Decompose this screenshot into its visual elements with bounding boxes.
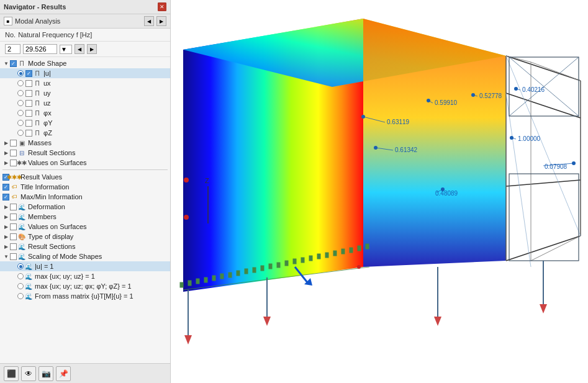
tree-item-scale-max-uxy[interactable]: 🌊 max {ux; uy; uz} = 1 <box>0 271 170 281</box>
tree-item-mode-shape[interactable]: ▼ Π Mode Shape <box>0 58 170 68</box>
svg-rect-35 <box>228 273 232 277</box>
values-surfaces-2-expand: ▶ <box>2 223 10 230</box>
render-button[interactable]: ⬛ <box>4 366 19 381</box>
phix-icon: Π <box>33 109 42 117</box>
phiz-radio[interactable] <box>17 130 24 136</box>
ux-icon: Π <box>33 79 42 88</box>
tree-item-values-surfaces-1[interactable]: ▶ ✱✱ Values on Surfaces <box>0 158 170 168</box>
scale-max-uxy-radio[interactable] <box>17 273 24 279</box>
u-abs-checkbox[interactable] <box>25 70 32 77</box>
svg-text:0.59910: 0.59910 <box>435 99 458 106</box>
scale-mass-radio[interactable] <box>17 293 24 299</box>
result-sections-2-expand: ▶ <box>2 243 10 250</box>
tree-item-uz[interactable]: Π uz <box>0 98 170 108</box>
svg-rect-51 <box>358 246 361 251</box>
result-sections-1-icon: ⊟ <box>17 148 26 157</box>
scaling-expand: ▼ <box>2 253 10 260</box>
tree-item-maxmin-info[interactable]: 🏷 Max/Min Information <box>0 192 170 202</box>
uz-label: uz <box>43 99 51 107</box>
svg-rect-48 <box>333 251 337 256</box>
svg-point-82 <box>184 215 189 220</box>
bottom-toolbar: ⬛ 👁 📷 📌 <box>0 363 170 383</box>
tree-item-phiz[interactable]: Π φZ <box>0 128 170 138</box>
title-info-checkbox[interactable] <box>2 184 9 191</box>
ux-radio[interactable] <box>17 80 24 86</box>
uz-checkbox[interactable] <box>25 100 32 107</box>
svg-rect-47 <box>325 253 328 258</box>
tree-item-type-display[interactable]: ▶ 🎨 Type of display <box>0 232 170 241</box>
deformation-checkbox[interactable] <box>10 204 17 210</box>
members-icon: 🌊 <box>17 212 26 221</box>
phix-checkbox[interactable] <box>25 110 32 117</box>
masses-expand: ▶ <box>2 139 10 146</box>
freq-prev-button[interactable]: ◀ <box>75 44 84 54</box>
phiz-checkbox[interactable] <box>25 130 32 137</box>
maxmin-info-icon: 🏷 <box>10 192 19 201</box>
uz-radio[interactable] <box>17 100 24 106</box>
tree-item-uy[interactable]: Π uy <box>0 88 170 98</box>
nav-next-button[interactable]: ▶ <box>156 16 166 26</box>
values-surfaces-1-label: Values on Surfaces <box>28 159 87 166</box>
svg-rect-39 <box>261 266 264 271</box>
tree-item-values-surfaces-2[interactable]: ▶ 🌊 Values on Surfaces <box>0 222 170 232</box>
phiy-checkbox[interactable] <box>25 120 32 127</box>
u-abs-label: |u| <box>43 70 51 77</box>
nav-prev-button[interactable]: ◀ <box>144 16 154 26</box>
svg-rect-41 <box>277 263 280 268</box>
pin-button[interactable]: 📌 <box>56 366 71 381</box>
tree-item-phix[interactable]: Π φx <box>0 108 170 118</box>
type-display-checkbox[interactable] <box>10 233 17 240</box>
title-info-label: Title Information <box>20 183 69 191</box>
frequency-row: No. Natural Frequency f [Hz] <box>0 29 170 42</box>
tree-item-u-abs[interactable]: Π |u| <box>0 68 170 78</box>
uy-checkbox[interactable] <box>25 90 32 97</box>
type-display-label: Type of display <box>28 233 73 240</box>
scaling-checkbox[interactable] <box>10 253 17 260</box>
tree-item-deformation[interactable]: ▶ 🌊 Deformation <box>0 202 170 212</box>
phiy-radio[interactable] <box>17 120 24 126</box>
tree-item-scaling[interactable]: ▼ 🌊 Scaling of Mode Shapes <box>0 251 170 261</box>
tree-item-result-sections-2[interactable]: ▶ 🌊 Result Sections <box>0 241 170 251</box>
u-abs-radio[interactable] <box>17 70 24 76</box>
camera-button[interactable]: 📷 <box>38 366 53 381</box>
close-button[interactable]: ✕ <box>158 2 166 11</box>
phix-radio[interactable] <box>17 110 24 116</box>
svg-rect-36 <box>237 271 240 276</box>
result-sections-1-checkbox[interactable] <box>10 150 17 156</box>
viewport: Z 0.63119 0.59910 0.52778 0.40216 0.6134… <box>171 0 588 383</box>
svg-rect-52 <box>366 244 369 249</box>
mode-shape-checkbox[interactable] <box>10 60 17 67</box>
uy-radio[interactable] <box>17 90 24 96</box>
tree-item-masses[interactable]: ▶ ▣ Masses <box>0 138 170 148</box>
tree-item-title-info[interactable]: 🏷 Title Information <box>0 182 170 192</box>
values-surfaces-2-label: Values on Surfaces <box>28 223 87 230</box>
svg-marker-3 <box>363 19 506 267</box>
maxmin-info-checkbox[interactable] <box>2 194 9 201</box>
tree-item-phiy[interactable]: Π φY <box>0 118 170 128</box>
mode-shape-icon: Π <box>17 59 26 68</box>
tree-item-scale-u-abs[interactable]: 🌊 |u| = 1 <box>0 261 170 271</box>
ux-checkbox[interactable] <box>25 80 32 87</box>
freq-value-input[interactable] <box>23 44 57 54</box>
tree-item-scale-mass[interactable]: 🌊 From mass matrix {u}T[M]{u} = 1 <box>0 291 170 301</box>
scale-max-all-radio[interactable] <box>17 283 24 289</box>
result-sections-2-checkbox[interactable] <box>10 243 17 250</box>
freq-next-button[interactable]: ▶ <box>87 44 97 54</box>
tree-item-scale-max-all[interactable]: 🌊 max {ux; uy; uz; φx; φY; φZ} = 1 <box>0 281 170 291</box>
values-surfaces-1-checkbox[interactable] <box>10 160 17 166</box>
uy-icon: Π <box>33 89 42 97</box>
freq-no-label: No. <box>5 31 16 38</box>
tree-item-result-values[interactable]: ✱✱✱ Result Values <box>0 172 170 182</box>
members-checkbox[interactable] <box>10 214 17 220</box>
svg-rect-30 <box>188 281 191 286</box>
freq-dropdown[interactable]: ▼ <box>60 45 72 54</box>
tree-item-members[interactable]: ▶ 🌊 Members <box>0 212 170 222</box>
values-surfaces-2-checkbox[interactable] <box>10 223 17 230</box>
freq-no-input[interactable] <box>5 44 20 54</box>
result-sections-2-label: Result Sections <box>28 243 75 250</box>
tree-item-ux[interactable]: Π ux <box>0 78 170 88</box>
scale-u-abs-radio[interactable] <box>17 263 24 269</box>
eye-button[interactable]: 👁 <box>21 366 36 381</box>
masses-checkbox[interactable] <box>10 140 17 146</box>
tree-item-result-sections-1[interactable]: ▶ ⊟ Result Sections <box>0 148 170 158</box>
